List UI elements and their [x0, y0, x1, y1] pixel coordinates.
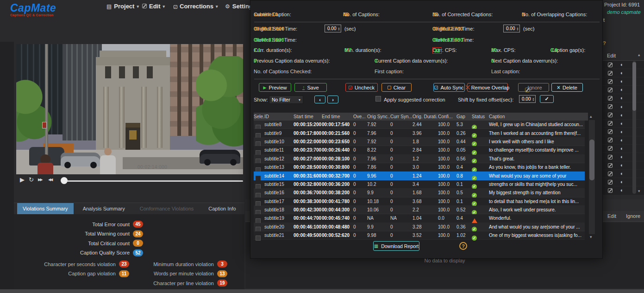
edit-icon[interactable] [608, 63, 613, 67]
contrast-icon[interactable]: ◐ [620, 188, 624, 193]
upload-icon: ↑ [302, 85, 305, 90]
tab-violations-summary[interactable]: Violations Summary [17, 203, 74, 214]
menu-settings[interactable]: ⚙ Setting [225, 3, 253, 10]
table-row[interactable]: subtitle1100:00:23:70000:00:26:44008.220… [254, 146, 585, 154]
contrast-icon[interactable]: ◐ [620, 129, 624, 134]
save-button[interactable]: ↑Save [294, 83, 327, 92]
edit-icon[interactable] [608, 188, 613, 193]
table-scroll-up-icon[interactable]: ▴ [590, 114, 592, 119]
edit-icon[interactable] [608, 163, 613, 168]
edit-icon[interactable] [608, 138, 613, 142]
menu-project[interactable]: ▤ Project ▾ [106, 3, 139, 10]
next-caption-button[interactable]: › [327, 96, 338, 103]
edit-icon[interactable] [608, 172, 613, 176]
spin-down-icon[interactable]: ▼ [532, 99, 534, 101]
edit-icon[interactable] [608, 129, 613, 134]
edit-icon[interactable] [608, 113, 613, 117]
edit-icon[interactable] [608, 146, 613, 151]
tab-caption-info[interactable]: Caption Info [203, 203, 241, 214]
help-icon[interactable]: ? [603, 40, 606, 46]
apply-shift-button[interactable]: ✓ [540, 95, 554, 103]
clear-button[interactable]: Clear [381, 83, 412, 92]
table-row[interactable]: subtitle1200:00:27:00000:00:28:10007.960… [254, 155, 585, 163]
loop-button[interactable]: ↻ [29, 177, 34, 183]
end-offset-input[interactable]: 0.00 ▲▼ [503, 25, 520, 32]
edit-icon[interactable] [608, 121, 613, 126]
orig-sync-value: 7.96 [367, 131, 390, 136]
tab-analysis-summary[interactable]: Analysis Summary [77, 203, 131, 214]
video-timecode: 00:02:14:000 [138, 165, 167, 170]
table-row[interactable]: subtitle2000:00:46:10000:00:48:48009.903… [254, 223, 585, 231]
auto-sync-button[interactable]: ✓Auto Sync [433, 83, 465, 92]
chevron-down-icon: ▾ [216, 4, 218, 9]
contrast-icon[interactable]: ◐ [620, 171, 624, 176]
delete-button[interactable]: ×Delete [551, 83, 583, 92]
preview-button[interactable]: ▶Preview [259, 83, 291, 92]
fast-forward-button[interactable]: ▶▶ [38, 178, 42, 182]
contrast-icon[interactable]: ◐ [620, 121, 624, 126]
table-row[interactable]: subtitle1400:00:31:60000:00:32:70009.960… [254, 172, 585, 180]
seek-bar[interactable] [63, 180, 243, 182]
contrast-icon[interactable]: ◐ [620, 163, 624, 168]
contrast-icon[interactable]: ◐ [620, 79, 624, 84]
edit-icon[interactable] [608, 71, 613, 76]
edit-icon[interactable] [608, 96, 613, 101]
filter-dropdown[interactable]: No Filter ▾ [269, 96, 303, 104]
video-frame[interactable]: 00:02:14:000 [16, 44, 243, 174]
download-report-button[interactable]: ▦ Download Report [373, 241, 419, 251]
menu-corrections[interactable]: ✓ Corrections ▾ [174, 3, 218, 10]
spin-down-icon[interactable]: ▼ [338, 29, 340, 31]
edit-icon[interactable] [608, 104, 613, 109]
menu-edit[interactable]: Edit ▾ [142, 3, 165, 10]
seek-handle[interactable] [61, 177, 68, 184]
table-row[interactable]: subtitle1700:00:38:30000:00:41:780010.18… [254, 197, 585, 206]
stat-label: Total Error count [14, 222, 130, 227]
table-row[interactable]: subtitle1900:00:44:70000:00:45:7400NANA1… [254, 214, 585, 223]
contrast-icon[interactable]: ◐ [620, 104, 624, 109]
captions-table-body: subtitle800:00:15:20000:00:17:54007.9202… [254, 121, 585, 240]
prev-caption-button[interactable]: ‹ [314, 96, 325, 103]
contrast-icon[interactable]: ◐ [620, 113, 624, 118]
contrast-icon[interactable]: ◐ [620, 179, 624, 185]
table-scrollbar-thumb[interactable] [589, 140, 594, 180]
help-button[interactable]: ? [459, 242, 467, 250]
remove-overlap-button[interactable]: ⤫Remove Overlap [467, 83, 508, 92]
table-row[interactable]: subtitle2100:00:49:50000:00:52:62009.980… [254, 231, 585, 240]
ignore-button[interactable]: Ignore [518, 83, 549, 92]
rewind-button[interactable]: ◀◀ [48, 178, 52, 182]
scroll-down-icon[interactable]: ▾ [638, 189, 640, 193]
edit-icon[interactable] [608, 88, 613, 92]
edit-icon[interactable] [608, 155, 613, 159]
table-row[interactable]: subtitle800:00:15:20000:00:17:54007.9202… [254, 121, 585, 129]
table-row[interactable]: subtitle1300:00:28:50000:00:30:80007.860… [254, 163, 585, 172]
orig-sync-value: 7.86 [367, 165, 390, 170]
shift-offset-input[interactable]: 0.00 ▲▼ [519, 95, 536, 103]
divider [254, 79, 600, 79]
edit-icon[interactable] [608, 180, 613, 185]
uncheck-button[interactable]: ✓Uncheck [345, 83, 378, 92]
contrast-icon[interactable]: ◐ [620, 96, 624, 101]
start-offset-input[interactable]: 0.00 ▲▼ [325, 25, 341, 32]
contrast-icon[interactable]: ◐ [620, 87, 624, 92]
tab-conformance-violations[interactable]: Conformance Violations [134, 203, 200, 214]
play-button[interactable]: ▶ [20, 177, 25, 183]
table-scroll-down-icon[interactable]: ▾ [590, 235, 592, 239]
start-time: 00:00:42:300 [294, 207, 322, 212]
table-row[interactable]: subtitle1800:00:42:30000:00:44:300010.06… [254, 206, 585, 214]
apply-correction-checkbox[interactable] [375, 96, 381, 102]
right-scrollbar-thumb[interactable] [632, 62, 636, 111]
contrast-icon[interactable]: ◐ [620, 154, 624, 159]
table-row[interactable]: subtitle1000:00:22:00000:00:23:65007.920… [254, 138, 585, 146]
table-row[interactable]: subtitle900:00:17:80000:00:21:56007.9603… [254, 129, 585, 137]
contrast-icon[interactable]: ◐ [620, 70, 624, 76]
table-row[interactable]: subtitle1600:00:36:70000:00:38:20009.901… [254, 189, 585, 197]
start-time: 00:00:32:800 [294, 182, 322, 187]
contrast-icon[interactable]: ◐ [620, 62, 624, 67]
spin-down-icon[interactable]: ▼ [516, 29, 519, 31]
contrast-icon[interactable]: ◐ [620, 146, 624, 151]
table-row[interactable]: subtitle1500:00:32:80000:00:36:200010.20… [254, 180, 585, 189]
edit-icon[interactable] [608, 79, 613, 84]
contrast-icon[interactable]: ◐ [620, 138, 624, 143]
scroll-up-icon[interactable]: ▴ [638, 52, 640, 57]
confidence-value: 100.0 [438, 165, 456, 170]
